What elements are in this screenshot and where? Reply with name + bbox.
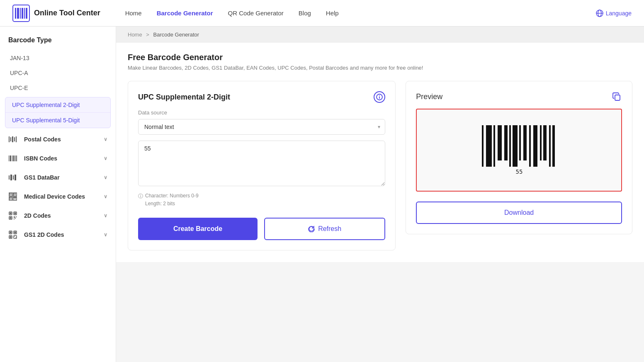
nav-help[interactable]: Help [326, 10, 339, 17]
svg-rect-24 [15, 175, 16, 180]
sidebar-group-gs1-label: GS1 DataBar [8, 173, 60, 182]
svg-rect-16 [10, 155, 11, 161]
preview-title-text: Preview [416, 92, 442, 101]
svg-rect-71 [509, 125, 511, 167]
breadcrumb-home[interactable]: Home [128, 32, 142, 38]
breadcrumb: Home > Barcode Generator [116, 27, 644, 43]
barcode-data-input[interactable]: 55 [138, 141, 385, 186]
sidebar: Barcode Type JAN-13 UPC-A UPC-E UPC Supp… [0, 27, 116, 362]
hint-length: Length: 2 bits [145, 201, 175, 207]
svg-rect-54 [10, 232, 12, 233]
sidebar-group-2d-label: 2D Codes [8, 211, 51, 220]
info-icon[interactable] [374, 91, 385, 103]
svg-rect-78 [543, 125, 547, 160]
sidebar-item-upce[interactable]: UPC-E [0, 80, 116, 95]
medical-chevron-icon: ∨ [104, 194, 107, 199]
copy-icon[interactable] [611, 91, 622, 102]
refresh-button[interactable]: Refresh [264, 218, 385, 240]
barcode-preview: 55 [416, 109, 622, 192]
svg-rect-13 [14, 137, 15, 141]
sidebar-group-isbn[interactable]: ISBN Codes ∨ [0, 149, 116, 168]
svg-rect-26 [10, 193, 10, 194]
language-button[interactable]: Language [596, 10, 632, 17]
hint-char: Character: Numbers 0-9 [145, 193, 199, 199]
logo: Online Tool Center [12, 5, 100, 22]
layout: Barcode Type JAN-13 UPC-A UPC-E UPC Supp… [0, 27, 644, 362]
gs1-2d-chevron-icon: ∨ [104, 232, 107, 238]
svg-rect-56 [15, 232, 16, 233]
svg-rect-23 [13, 175, 14, 180]
form-column: UPC Supplemental 2-Digit Data source [128, 81, 396, 250]
2d-chevron-icon: ∨ [104, 213, 107, 219]
svg-rect-27 [11, 193, 12, 194]
sidebar-item-jan13[interactable]: JAN-13 [0, 51, 116, 66]
page-title: Free Barcode Generator [128, 53, 632, 62]
data-source-label: Data source [138, 109, 385, 116]
svg-rect-2 [17, 8, 19, 19]
sidebar-group-gs1-2d-label: GS1 2D Codes [8, 230, 64, 239]
svg-rect-12 [12, 136, 13, 142]
svg-rect-75 [529, 125, 531, 167]
header: Online Tool Center Home Barcode Generato… [0, 0, 644, 27]
nav-qr-code[interactable]: QR Code Generator [228, 10, 284, 17]
svg-rect-58 [10, 236, 12, 238]
gs1-databar-label: GS1 DataBar [24, 174, 60, 181]
gs1-chevron-icon: ∨ [104, 175, 107, 180]
svg-rect-48 [10, 217, 12, 219]
svg-rect-51 [14, 219, 15, 219]
buttons-row: Create Barcode Refresh [138, 218, 385, 240]
sidebar-item-upc2[interactable]: UPC Supplemental 2-Digit [5, 97, 110, 113]
refresh-icon [308, 226, 315, 232]
data-source-select[interactable]: Normal text Base64 Hex [138, 119, 385, 135]
refresh-label: Refresh [318, 225, 341, 233]
svg-rect-67 [486, 125, 492, 167]
svg-rect-65 [615, 95, 620, 100]
svg-rect-20 [17, 155, 17, 161]
svg-rect-21 [9, 175, 10, 180]
svg-rect-33 [14, 194, 15, 195]
svg-rect-46 [15, 213, 16, 214]
form-title-text: UPC Supplemental 2-Digit [138, 93, 230, 102]
nav-blog[interactable]: Blog [299, 10, 311, 17]
svg-rect-15 [9, 155, 10, 161]
sidebar-group-2d[interactable]: 2D Codes ∨ [0, 206, 116, 225]
gs1-2d-icon [8, 230, 17, 239]
svg-rect-1 [15, 8, 16, 19]
postal-codes-label: Postal Codes [24, 136, 61, 143]
sidebar-group-gs1-2d[interactable]: GS1 2D Codes ∨ [0, 225, 116, 244]
svg-rect-11 [10, 137, 11, 141]
svg-rect-80 [552, 125, 555, 167]
svg-rect-3 [20, 8, 21, 19]
medical-device-label: Medical Device Codes [24, 193, 85, 200]
create-barcode-button[interactable]: Create Barcode [138, 218, 258, 240]
svg-rect-61 [16, 238, 17, 238]
sidebar-group-postal[interactable]: Postal Codes ∨ [0, 130, 116, 149]
logo-text: Online Tool Center [34, 9, 100, 17]
sidebar-item-upca[interactable]: UPC-A [0, 66, 116, 80]
isbn-codes-icon [8, 154, 17, 163]
hint-icon: ⓘ [138, 192, 143, 200]
hint-content: Character: Numbers 0-9 Length: 2 bits [145, 192, 199, 208]
2d-codes-label: 2D Codes [24, 212, 51, 219]
svg-rect-52 [15, 218, 16, 219]
gs1-databar-icon [8, 173, 17, 182]
sidebar-item-upc5[interactable]: UPC Supplemental 5-Digit [5, 113, 110, 128]
svg-rect-76 [533, 125, 537, 167]
info-circle-icon [376, 94, 383, 100]
breadcrumb-current: Barcode Generator [153, 32, 199, 38]
svg-rect-69 [498, 125, 502, 160]
svg-rect-74 [523, 125, 527, 160]
sidebar-group-gs1[interactable]: GS1 DataBar ∨ [0, 168, 116, 187]
svg-rect-5 [24, 8, 25, 19]
download-button[interactable]: Download [416, 202, 622, 224]
nav-barcode-generator[interactable]: Barcode Generator [157, 10, 213, 17]
svg-rect-68 [493, 125, 495, 167]
svg-rect-18 [13, 155, 15, 161]
nav-home[interactable]: Home [125, 10, 142, 17]
svg-rect-29 [11, 194, 12, 195]
svg-rect-10 [9, 136, 10, 142]
sidebar-group-medical[interactable]: Medical Device Codes ∨ [0, 187, 116, 206]
sidebar-title: Barcode Type [0, 36, 116, 51]
2d-codes-icon [8, 211, 17, 220]
hint-text: ⓘ Character: Numbers 0-9 Length: 2 bits [138, 192, 385, 208]
